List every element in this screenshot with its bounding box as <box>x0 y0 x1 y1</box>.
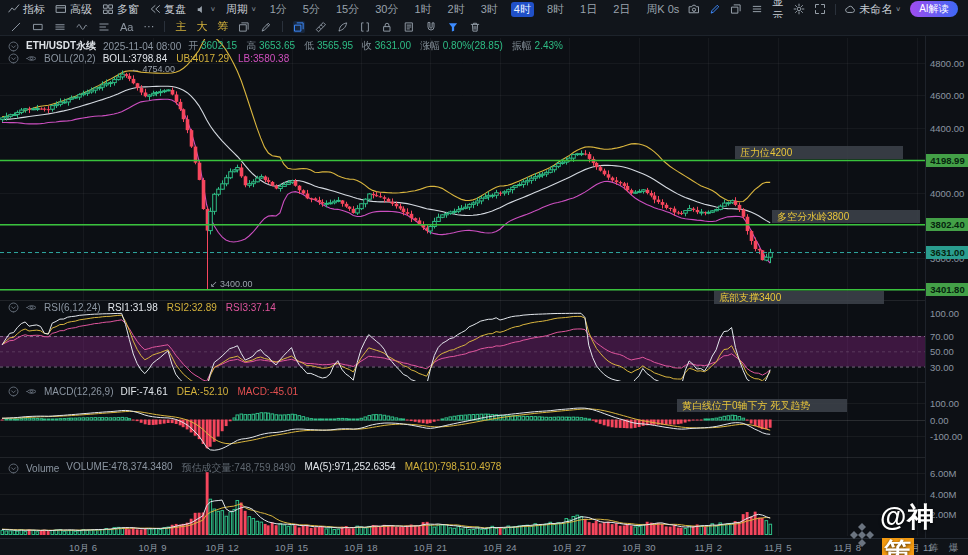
timeframe-2日[interactable]: 2日 <box>610 2 633 17</box>
top-toolbar: 指标高级多窗复盘∨周期∨1分5分15分30分1时2时3时4时8时1日2日周K 0… <box>0 0 968 18</box>
volume-values: VOLUME:478,374.3480预估成交量:748,759.8490MA(… <box>66 461 503 475</box>
ruler-icon[interactable] <box>315 21 327 33</box>
trend-line-icon[interactable] <box>10 21 22 33</box>
indicator-value: LB:3580.38 <box>238 53 289 64</box>
collapse-chevron-icon[interactable] <box>8 463 19 474</box>
menu-grid[interactable]: 多窗 <box>102 2 139 17</box>
indicator-value: RSI2:32.89 <box>167 302 217 313</box>
cloud-save-menu[interactable]: 未命名∨ <box>844 2 901 17</box>
menu-rewind[interactable]: 复盘 <box>149 2 186 17</box>
timeframe-1日[interactable]: 1日 <box>577 2 600 17</box>
collapse-chevron-icon[interactable] <box>8 53 19 64</box>
drawing-toolbar: Aa⋯主大筹 <box>0 18 968 36</box>
timeframe-周K[interactable]: 周K <box>643 2 667 17</box>
timeframe-3时[interactable]: 3时 <box>478 2 501 17</box>
boll-values: BOLL:3798.84UB:4017.29LB:3580.38 <box>103 53 292 64</box>
rsi-tick-label: 30.00 <box>930 362 954 373</box>
copy-icon[interactable] <box>238 21 250 33</box>
chips-toggle[interactable]: 筹 <box>217 19 228 34</box>
date-tick-label: 10月 24 <box>478 542 522 555</box>
ohlc-field: 高 3653.65 <box>246 39 295 53</box>
ai-analysis-button[interactable]: AI解读 <box>910 1 957 17</box>
date-tick-label: 11月 5 <box>756 542 800 555</box>
large-view-toggle[interactable]: 大 <box>196 19 207 34</box>
time-axis[interactable]: 筹 爆 10月 610月 910月 1210月 1510月 1810月 2110… <box>0 538 968 555</box>
brackets-icon[interactable] <box>359 21 371 33</box>
rows-icon[interactable] <box>98 21 110 33</box>
funnel-icon[interactable] <box>447 21 459 33</box>
watermark-text: @神策 <box>880 499 968 555</box>
grid-icon <box>102 3 114 15</box>
overlay-icon[interactable] <box>730 3 742 15</box>
replay-speed[interactable]: 0s <box>668 3 680 15</box>
collapse-chevron-icon[interactable] <box>8 386 19 397</box>
magnet-icon[interactable] <box>425 21 437 33</box>
timeframe-4时[interactable]: 4时 <box>511 2 534 17</box>
price-tick-label: 4400.00 <box>930 123 964 134</box>
period-menu[interactable]: 周期∨ <box>226 2 257 17</box>
list-icon[interactable] <box>751 3 763 15</box>
ohlc-field: 开 3602.15 <box>188 39 237 53</box>
volume-header: Volume VOLUME:478,374.3480预估成交量:748,759.… <box>8 461 503 475</box>
candle-datetime: 2025-11-04 08:00 <box>103 41 181 52</box>
level-price-badge: 3802.40 <box>926 218 968 231</box>
eye-icon[interactable] <box>26 302 37 313</box>
date-tick-label: 11月 2 <box>686 542 730 555</box>
pencil-icon[interactable] <box>709 3 721 15</box>
price-tick-label: 4800.00 <box>930 58 964 69</box>
menu-panel[interactable]: 高级 <box>55 2 92 17</box>
date-tick-label: 10月 12 <box>200 542 244 555</box>
cloud-icon <box>844 3 856 15</box>
note-icon[interactable] <box>403 21 415 33</box>
gear-icon[interactable] <box>793 3 805 15</box>
wave-icon[interactable] <box>76 21 88 33</box>
fullscreen-icon[interactable] <box>814 3 826 15</box>
eye-icon[interactable] <box>26 53 37 64</box>
indicator-value: 预估成交量:748,759.8490 <box>182 461 296 475</box>
timeframe-30分[interactable]: 30分 <box>372 2 401 17</box>
main-chart-toggle[interactable]: 主 <box>175 19 186 34</box>
price-axis[interactable]: 4800.004600.004400.004000.003600.00100.0… <box>925 36 968 538</box>
timeframe-1时[interactable]: 1时 <box>411 2 434 17</box>
rsi-tick-label: 70.00 <box>930 331 954 342</box>
timeframe-5分[interactable]: 5分 <box>300 2 323 17</box>
text-tool[interactable]: Aa <box>120 21 133 33</box>
cursor-pencil-icon[interactable] <box>260 21 272 33</box>
panel-icon <box>55 3 67 15</box>
chart-annotation[interactable]: 压力位4200 <box>735 146 903 159</box>
sound-menu[interactable]: ∨ <box>196 4 216 15</box>
collapse-chevron-icon[interactable] <box>8 302 19 313</box>
timeframe-8时[interactable]: 8时 <box>544 2 567 17</box>
indicator-value: MA(5):971,252.6354 <box>305 461 396 475</box>
chart-line-icon <box>8 3 20 15</box>
macd-tick-label: 100.00 <box>930 398 959 409</box>
macd-values: DIF:-74.61DEA:-52.10MACD:-45.01 <box>120 386 300 397</box>
eye-icon[interactable] <box>26 386 37 397</box>
date-tick-label: 10月 15 <box>270 542 314 555</box>
timeframe-1分[interactable]: 1分 <box>267 2 290 17</box>
timeframe-15分[interactable]: 15分 <box>333 2 362 17</box>
indicator-value: DIF:-74.61 <box>120 386 167 397</box>
rectangle-icon[interactable] <box>32 21 44 33</box>
collapse-chevron-icon[interactable] <box>8 41 19 52</box>
camera-icon[interactable] <box>688 3 700 15</box>
layers-icon[interactable] <box>293 21 305 33</box>
pen-icon[interactable] <box>337 21 349 33</box>
menu-chart-line[interactable]: 指标 <box>8 2 45 17</box>
macd-header: MACD(12,26,9) DIF:-74.61DEA:-52.10MACD:-… <box>8 386 300 397</box>
indicator-value: MA(10):798,510.4978 <box>405 461 502 475</box>
more-tools-icon[interactable]: ⋯ <box>143 20 154 33</box>
lock-icon[interactable] <box>381 21 393 33</box>
price-tick-label: 4000.00 <box>930 188 964 199</box>
rsi-name: RSI(6,12,24) <box>44 302 101 313</box>
ohlc-field: 低 3565.95 <box>304 39 353 53</box>
lines-icon[interactable] <box>54 21 66 33</box>
trash-icon[interactable] <box>469 21 481 33</box>
chart-annotation[interactable]: 底部支撑3400 <box>714 291 884 304</box>
boll-name: BOLL(20,2) <box>44 53 96 64</box>
macd-tick-label: -100.00 <box>930 431 962 442</box>
indicator-value: RSI3:37.14 <box>226 302 276 313</box>
timeframe-2时[interactable]: 2时 <box>445 2 468 17</box>
chart-annotation[interactable]: 黄白线位于0轴下方 死叉趋势 <box>677 399 847 412</box>
chart-annotation[interactable]: 多空分水岭3800 <box>772 210 920 223</box>
